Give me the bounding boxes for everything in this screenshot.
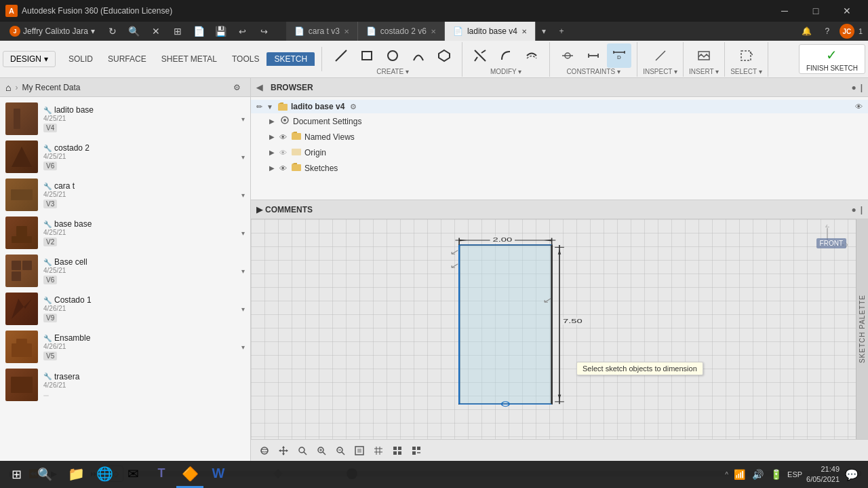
zoom-in-button[interactable]: [332, 443, 349, 459]
notification-center-icon[interactable]: 💬: [844, 467, 860, 483]
user-menu-button[interactable]: J Jeffry Calixto Jara ▾: [5, 24, 99, 38]
pan-button[interactable]: [275, 443, 292, 459]
list-item[interactable]: 🔧 Costado 1 4/26/21 V9 ▾: [0, 290, 250, 328]
tab-ladito-base[interactable]: 📄 ladito base v4 ✕: [445, 22, 536, 41]
systray-battery-icon[interactable]: 🔋: [769, 468, 783, 481]
search-button[interactable]: 🔍: [126, 23, 142, 39]
coincident-constraint-button[interactable]: [555, 43, 580, 68]
trim-tool-button[interactable]: [468, 43, 492, 68]
item-dropdown-icon[interactable]: ▾: [241, 115, 245, 123]
minimize-button[interactable]: ─: [769, 0, 800, 22]
line-tool-button[interactable]: [329, 43, 353, 68]
taskbar-search-button[interactable]: 🔍: [31, 461, 58, 488]
constraints-group-label[interactable]: CONSTRAINTS ▾: [566, 68, 620, 75]
maximize-button[interactable]: □: [800, 0, 831, 22]
new-tab-button[interactable]: +: [552, 22, 571, 41]
finish-sketch-button[interactable]: ✓ FINISH SKETCH: [799, 44, 865, 74]
modify-group-label[interactable]: MODIFY ▾: [490, 68, 521, 75]
tab-close-ladito[interactable]: ✕: [521, 28, 527, 35]
sidebar-settings-button[interactable]: ⚙: [229, 79, 245, 96]
rectangle-tool-button[interactable]: [355, 43, 379, 68]
select-button[interactable]: [734, 43, 758, 68]
layout-button[interactable]: [389, 443, 406, 459]
orbit-button[interactable]: [256, 443, 273, 459]
offset-tool-button[interactable]: [519, 43, 544, 68]
systray-lang-label[interactable]: ESP: [787, 470, 802, 478]
notifications-button[interactable]: 🔔: [799, 23, 815, 39]
visibility-origin-icon[interactable]: 👁: [279, 149, 287, 157]
design-menu-button[interactable]: DESIGN ▾: [3, 51, 56, 67]
redo-button[interactable]: ↪: [256, 23, 273, 39]
visibility-named-icon[interactable]: 👁: [279, 133, 287, 141]
taskbar-app-word[interactable]: W: [205, 461, 232, 488]
item-dropdown-icon[interactable]: ▾: [241, 305, 245, 313]
save-button[interactable]: 💾: [213, 23, 229, 39]
file-button[interactable]: 📄: [191, 23, 208, 39]
browser-visibility-button[interactable]: ●: [851, 83, 856, 92]
more-button[interactable]: [408, 443, 425, 459]
item-dropdown-icon[interactable]: ▾: [241, 343, 245, 351]
browser-collapse-button[interactable]: ◀: [256, 83, 262, 92]
visibility-icon[interactable]: 👁: [855, 102, 863, 111]
sketch-palette[interactable]: SKETCH PALETTE: [856, 219, 868, 439]
close-button[interactable]: ✕: [831, 0, 863, 22]
fillet-tool-button[interactable]: [494, 43, 518, 68]
start-button[interactable]: ⊞: [3, 461, 30, 488]
item-dropdown-icon[interactable]: ▾: [241, 229, 245, 237]
systray-volume-icon[interactable]: 🔊: [751, 468, 765, 481]
tree-toggle[interactable]: ▼: [265, 102, 275, 111]
home-icon[interactable]: ⌂: [5, 82, 11, 93]
solid-tab[interactable]: SOLID: [61, 52, 100, 66]
list-item[interactable]: 🔧 trasera 4/26/21: [0, 366, 250, 404]
help-button[interactable]: ?: [819, 23, 835, 39]
surface-tab[interactable]: SURFACE: [100, 52, 154, 66]
comments-collapse-icon[interactable]: ▶: [256, 205, 262, 214]
tree-named-views[interactable]: ▶ 👁 Named Views: [251, 129, 868, 145]
tree-sketches[interactable]: ▶ 👁 Sketches: [251, 160, 868, 176]
arc-tool-button[interactable]: [406, 43, 431, 68]
list-item[interactable]: 🔧 ladito base 4/25/21 V4 ▾: [0, 100, 250, 138]
tree-toggle-named[interactable]: ▶: [267, 132, 277, 142]
item-dropdown-icon[interactable]: ▾: [241, 191, 245, 199]
systray-chevron-icon[interactable]: ^: [725, 471, 728, 478]
horizontal-constraint-button[interactable]: [581, 43, 606, 68]
sheet-metal-tab[interactable]: SHEET METAL: [154, 52, 224, 66]
taskbar-app-teams[interactable]: T: [148, 461, 175, 488]
create-group-label[interactable]: CREATE ▾: [376, 68, 409, 75]
tab-overflow-button[interactable]: ▾: [536, 22, 552, 41]
circle-tool-button[interactable]: [380, 43, 405, 68]
browser-panel-collapse[interactable]: |: [861, 83, 863, 92]
list-item[interactable]: 🔧 Base cell 4/25/21 V6 ▾: [0, 252, 250, 290]
taskbar-app-mail[interactable]: ✉: [119, 461, 146, 488]
tab-close-cara[interactable]: ✕: [344, 28, 349, 35]
tree-doc-settings[interactable]: ▶ Document Settings: [251, 113, 868, 129]
display-mode-button[interactable]: [351, 443, 368, 459]
zoom-fit-button[interactable]: [294, 443, 311, 459]
item-dropdown-icon[interactable]: ▾: [241, 153, 245, 161]
undo-button[interactable]: ↩: [235, 23, 251, 39]
sketch-canvas[interactable]: X Z FRONT 2.00: [251, 219, 868, 439]
item-dropdown-icon[interactable]: ▾: [241, 267, 245, 275]
root-settings-icon[interactable]: ⚙: [350, 102, 357, 111]
inspect-group-label[interactable]: INSPECT ▾: [643, 68, 677, 75]
tab-cara-t[interactable]: 📄 cara t v3 ✕: [286, 22, 358, 41]
tree-root-item[interactable]: ✏ ▼ ladito base v4 ⚙ 👁: [251, 100, 868, 113]
zoom-window-button[interactable]: [313, 443, 330, 459]
apps-button[interactable]: ⊞: [170, 23, 186, 39]
visibility-sketches-icon[interactable]: 👁: [279, 164, 287, 172]
grid-button[interactable]: [370, 443, 387, 459]
systray-network-icon[interactable]: 📶: [732, 468, 747, 481]
list-item[interactable]: 🔧 Ensamble 4/26/21 V5 ▾: [0, 328, 250, 366]
tree-toggle-origin[interactable]: ▶: [267, 148, 277, 157]
cancel-button[interactable]: ✕: [148, 23, 164, 39]
dimension-button[interactable]: D: [607, 43, 631, 68]
list-item[interactable]: 🔧 costado 2 4/25/21 V6 ▾: [0, 138, 250, 176]
tab-costado-2[interactable]: 📄 costado 2 v6 ✕: [358, 22, 445, 41]
insert-image-button[interactable]: [692, 43, 716, 68]
polygon-tool-button[interactable]: [432, 43, 456, 68]
taskbar-app-file-explorer[interactable]: 📁: [62, 461, 90, 488]
refresh-button[interactable]: ↻: [104, 23, 121, 39]
tree-toggle-sketches[interactable]: ▶: [267, 164, 277, 173]
tab-close-costado[interactable]: ✕: [431, 28, 436, 35]
tree-origin[interactable]: ▶ 👁 Origin: [251, 145, 868, 160]
